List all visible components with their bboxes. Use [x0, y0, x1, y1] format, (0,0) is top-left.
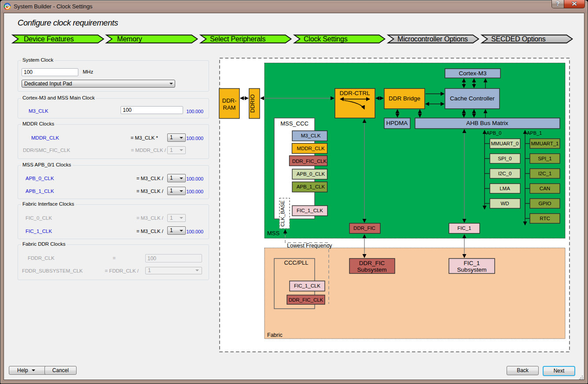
svg-text:DDR_FIC: DDR_FIC — [359, 260, 385, 266]
svg-text:MSS: MSS — [267, 230, 280, 236]
svg-text:Cache Controller: Cache Controller — [450, 95, 495, 102]
svg-text:I2C_1: I2C_1 — [538, 171, 552, 176]
svg-text:FIC_1_CLK: FIC_1_CLK — [294, 283, 320, 288]
svg-text:DDR_FIC: DDR_FIC — [353, 225, 375, 231]
svg-text:GPIO: GPIO — [539, 201, 551, 206]
svg-text:APB_1: APB_1 — [527, 130, 542, 136]
svg-text:Subsystem: Subsystem — [457, 266, 487, 273]
svg-text:MMUART_0: MMUART_0 — [491, 141, 518, 146]
svg-text:MMUART_1: MMUART_1 — [531, 141, 559, 146]
svg-text:RAM: RAM — [223, 104, 236, 111]
svg-text:APB_1_CLK: APB_1_CLK — [297, 184, 325, 189]
svg-text:DDR_FIC_CLK: DDR_FIC_CLK — [292, 159, 327, 164]
svg-text:I2C_0: I2C_0 — [498, 171, 512, 176]
svg-text:APB_0: APB_0 — [486, 130, 501, 136]
svg-text:DDR-CTRL: DDR-CTRL — [340, 90, 370, 96]
svg-text:LMA: LMA — [500, 186, 510, 191]
svg-text:Lowest Frequency: Lowest Frequency — [287, 243, 332, 249]
svg-text:AHB Bus Matrix: AHB Bus Matrix — [466, 120, 508, 126]
svg-text:Cortex-M3: Cortex-M3 — [459, 70, 486, 77]
svg-text:MDDR_CLK: MDDR_CLK — [297, 146, 325, 151]
svg-text:M3_CLK: M3_CLK — [301, 133, 321, 138]
svg-text:RTC: RTC — [540, 216, 550, 221]
svg-text:DDR_FIC_CLK: DDR_FIC_CLK — [289, 297, 323, 303]
svg-text:DDR-: DDR- — [222, 97, 237, 104]
svg-text:APB_0_CLK: APB_0_CLK — [297, 171, 325, 177]
svg-text:HPDMA: HPDMA — [386, 120, 408, 126]
svg-text:Subsystem: Subsystem — [357, 266, 387, 273]
svg-text:DDR Bridge: DDR Bridge — [389, 95, 420, 102]
svg-text:FIC_1: FIC_1 — [457, 225, 471, 231]
svg-text:CLK_BASE: CLK_BASE — [280, 200, 285, 227]
svg-text:FIC_1_CLK: FIC_1_CLK — [297, 208, 323, 213]
svg-text:CAN: CAN — [540, 186, 550, 191]
svg-text:SPI_1: SPI_1 — [538, 156, 551, 161]
svg-text:DDRIO: DDRIO — [249, 94, 256, 113]
svg-text:WD: WD — [500, 201, 509, 206]
svg-text:SPI_0: SPI_0 — [498, 156, 511, 161]
svg-text:CCC/PLL: CCC/PLL — [284, 259, 309, 266]
svg-text:FIC_1: FIC_1 — [464, 260, 480, 266]
svg-text:MSS_CCC: MSS_CCC — [280, 120, 309, 127]
svg-text:Fabric: Fabric — [267, 332, 283, 338]
